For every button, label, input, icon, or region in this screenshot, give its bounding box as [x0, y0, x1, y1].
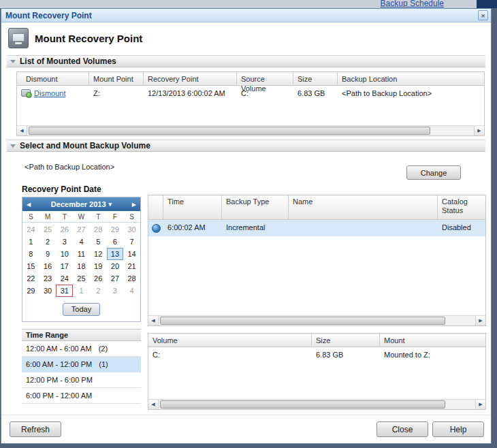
scrollbar-thumb[interactable]: [160, 317, 445, 325]
col-icon-spacer: [148, 195, 163, 220]
mounted-volumes-header: Dismount Mount Point Recovery Point Sour…: [17, 72, 484, 86]
scroll-right-icon[interactable]: ▶: [474, 126, 484, 135]
calendar-day[interactable]: 23: [39, 272, 57, 285]
today-button[interactable]: Today: [63, 303, 100, 316]
calendar-dow-label: S: [22, 213, 39, 221]
calendar-day[interactable]: 14: [123, 248, 140, 260]
calendar-month-label: December 2013: [51, 200, 106, 208]
close-button[interactable]: Close: [376, 421, 428, 437]
close-icon[interactable]: ×: [478, 10, 488, 20]
calendar-prev-icon[interactable]: ◀: [27, 202, 31, 208]
calendar-month-selector[interactable]: December 2013 ▾: [51, 200, 112, 208]
refresh-button[interactable]: Refresh: [10, 421, 61, 437]
time-range-item[interactable]: 12:00 AM - 6:00 AM(2): [22, 341, 141, 357]
volumes-header: Volume Size Mount: [148, 334, 485, 347]
time-range-item[interactable]: 12:00 PM - 6:00 PM: [22, 372, 141, 388]
change-button[interactable]: Change: [406, 165, 461, 180]
scrollbar-track[interactable]: [159, 400, 475, 409]
calendar-day[interactable]: 1: [73, 285, 90, 297]
calendar-day[interactable]: 4: [123, 285, 140, 297]
calendar-day[interactable]: 10: [56, 248, 73, 260]
scroll-right-icon[interactable]: ▶: [475, 316, 485, 325]
calendar-day[interactable]: 28: [90, 223, 107, 236]
section-mounted-volumes[interactable]: List of Mounted Volumes: [7, 55, 485, 67]
calendar-day[interactable]: 19: [90, 260, 107, 272]
calendar-day[interactable]: 25: [39, 223, 57, 236]
recovery-points-header: Time Backup Type Name Catalog Status: [148, 195, 485, 220]
calendar-day[interactable]: 4: [73, 236, 90, 248]
collapse-icon: [10, 60, 16, 63]
calendar-day[interactable]: 7: [123, 236, 140, 248]
calendar-next-icon[interactable]: ▶: [132, 202, 136, 208]
calendar-day[interactable]: 2: [39, 236, 57, 248]
calendar-day[interactable]: 30: [123, 223, 140, 236]
recovery-points-scrollbar[interactable]: ◀ ▶: [148, 315, 485, 325]
dialog-header: Mount Recovery Point: [8, 27, 142, 50]
calendar-day[interactable]: 15: [22, 260, 39, 272]
dialog-heading: Mount Recovery Point: [35, 33, 142, 44]
time-range-count: (1): [99, 357, 108, 372]
calendar-day[interactable]: 27: [73, 223, 90, 236]
calendar-day[interactable]: 27: [107, 272, 124, 285]
time-range-panel: Time Range 12:00 AM - 6:00 AM(2)6:00 AM …: [22, 329, 141, 404]
scroll-right-icon[interactable]: ▶: [475, 400, 485, 409]
calendar-day[interactable]: 30: [39, 285, 57, 297]
calendar-day[interactable]: 8: [22, 248, 39, 260]
calendar-day[interactable]: 9: [39, 248, 57, 260]
scroll-left-icon[interactable]: ◀: [17, 126, 27, 135]
calendar-day[interactable]: 18: [73, 260, 90, 272]
calendar-day[interactable]: 28: [123, 272, 140, 285]
drive-icon: [8, 28, 29, 48]
calendar-day[interactable]: 12: [90, 248, 107, 260]
help-button[interactable]: Help: [432, 421, 484, 437]
col-dismount: Dismount: [17, 72, 89, 86]
calendar-day[interactable]: 11: [73, 248, 90, 260]
dialog-footer: Refresh Close Help: [1, 415, 491, 443]
scrollbar-thumb[interactable]: [29, 127, 430, 135]
calendar-day[interactable]: 13: [107, 248, 124, 260]
calendar-day[interactable]: 2: [90, 285, 107, 297]
volumes-scrollbar[interactable]: ◀ ▶: [148, 399, 485, 409]
section-title-select-mount: Select and Mount Backup Volume: [20, 141, 150, 150]
collapse-icon: [10, 144, 16, 148]
calendar-day[interactable]: 6: [107, 236, 124, 248]
backup-location-path: <Path to Backup Location>: [25, 163, 114, 171]
scrollbar-thumb[interactable]: [160, 400, 445, 409]
cell-backup-type: Incremental: [222, 220, 289, 236]
calendar-day[interactable]: 26: [90, 272, 107, 285]
section-select-mount[interactable]: Select and Mount Backup Volume: [7, 140, 485, 152]
scroll-left-icon[interactable]: ◀: [148, 400, 159, 409]
table-empty-area: [17, 101, 484, 125]
time-range-item[interactable]: 6:00 PM - 12:00 AM: [22, 388, 141, 404]
calendar-day[interactable]: 5: [90, 236, 107, 248]
calendar-day[interactable]: 3: [107, 285, 124, 297]
backup-schedule-link[interactable]: Backup Schedule: [381, 0, 444, 8]
scroll-left-icon[interactable]: ◀: [148, 316, 159, 325]
scrollbar-track[interactable]: [159, 316, 475, 325]
calendar-day[interactable]: 17: [56, 260, 73, 272]
time-range-list: 12:00 AM - 6:00 AM(2)6:00 AM - 12:00 PM(…: [22, 341, 141, 404]
volumes-table: Volume Size Mount C: 6.83 GB Mounted to …: [148, 333, 486, 410]
calendar-day[interactable]: 1: [22, 236, 39, 248]
cell-recovery-point: 12/13/2013 6:00:02 AM: [144, 86, 237, 101]
mounted-volumes-scrollbar[interactable]: ◀ ▶: [17, 125, 484, 135]
calendar-day[interactable]: 20: [107, 260, 124, 272]
calendar-day[interactable]: 25: [73, 272, 90, 285]
dismount-link[interactable]: Dismount: [34, 89, 65, 98]
calendar-day[interactable]: 24: [22, 223, 39, 236]
calendar-day[interactable]: 22: [22, 272, 39, 285]
calendar-day[interactable]: 21: [123, 260, 140, 272]
calendar-day[interactable]: 26: [56, 223, 73, 236]
recovery-point-row[interactable]: 6:00:02 AM Incremental Disabled: [148, 220, 485, 236]
dialog-body: Mount Recovery Point List of Mounted Vol…: [1, 22, 491, 443]
col-size: Size: [312, 334, 380, 347]
calendar-day[interactable]: 16: [39, 260, 57, 272]
calendar-day[interactable]: 29: [107, 223, 124, 236]
calendar-day[interactable]: 29: [22, 285, 39, 297]
calendar-day[interactable]: 3: [56, 236, 73, 248]
calendar-day[interactable]: 24: [56, 272, 73, 285]
time-range-item[interactable]: 6:00 AM - 12:00 PM(1): [22, 357, 141, 372]
scrollbar-track[interactable]: [27, 126, 474, 135]
cell-name: [289, 220, 438, 236]
calendar-day[interactable]: 31: [56, 285, 73, 297]
